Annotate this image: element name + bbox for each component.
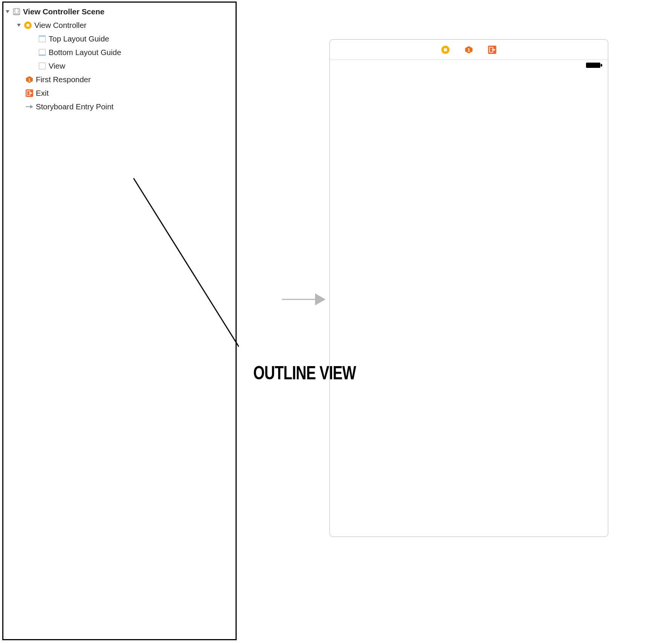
outline-item-view-controller[interactable]: View Controller xyxy=(3,18,236,32)
outline-item-label: First Responder xyxy=(36,75,91,84)
exit-icon[interactable] xyxy=(487,45,497,55)
storyboard-entry-arrow-icon xyxy=(281,291,326,308)
outline-item-label: Bottom Layout Guide xyxy=(49,48,121,57)
outline-item-entry-point[interactable]: Storyboard Entry Point xyxy=(3,100,236,113)
svg-marker-9 xyxy=(17,24,21,27)
outline-scene-label: View Controller Scene xyxy=(23,7,104,16)
outline-item-top-layout-guide[interactable]: Top Layout Guide xyxy=(3,32,236,46)
first-responder-icon[interactable]: 1 xyxy=(464,45,474,55)
annotation-label: OUTLINE VIEW xyxy=(253,362,356,384)
svg-marker-26 xyxy=(315,293,326,305)
svg-text:1: 1 xyxy=(28,78,31,82)
svg-rect-36 xyxy=(601,64,602,67)
outline-item-label: Top Layout Guide xyxy=(49,34,109,43)
outline-item-label: View Controller xyxy=(34,21,87,30)
outline-item-label: Exit xyxy=(36,89,49,98)
disclosure-triangle-icon[interactable] xyxy=(16,23,21,28)
battery-icon xyxy=(586,62,603,68)
outline-item-view[interactable]: View xyxy=(3,59,236,73)
storyboard-canvas-scene[interactable]: 1 xyxy=(329,39,608,537)
svg-rect-11 xyxy=(27,24,29,27)
uiview-icon xyxy=(38,62,46,70)
outline-item-exit[interactable]: Exit xyxy=(3,86,236,100)
outline-item-label: Storyboard Entry Point xyxy=(36,102,113,111)
svg-text:1: 1 xyxy=(468,47,470,52)
outline-item-bottom-layout-guide[interactable]: Bottom Layout Guide xyxy=(3,46,236,59)
scene-header-bar[interactable]: 1 xyxy=(330,40,608,60)
svg-marker-24 xyxy=(30,105,33,109)
view-controller-icon[interactable] xyxy=(441,45,450,55)
layout-guide-icon xyxy=(38,48,46,57)
svg-rect-35 xyxy=(586,63,600,68)
svg-rect-28 xyxy=(444,48,447,51)
disclosure-triangle-icon[interactable] xyxy=(5,9,10,14)
outline-item-label: View xyxy=(49,61,65,71)
outline-item-first-responder[interactable]: 1 First Responder xyxy=(3,73,236,86)
arrow-right-icon xyxy=(25,103,34,111)
view-controller-icon xyxy=(24,21,32,29)
svg-rect-16 xyxy=(39,63,46,69)
outline-scene-row[interactable]: View Controller Scene xyxy=(3,5,236,18)
svg-rect-2 xyxy=(14,14,20,15)
svg-rect-13 xyxy=(39,36,46,37)
exit-icon xyxy=(25,89,34,97)
document-outline-panel: View Controller Scene View Controller To… xyxy=(2,2,237,640)
layout-guide-icon xyxy=(38,35,46,43)
storyboard-scene-icon xyxy=(12,8,21,16)
svg-rect-15 xyxy=(39,55,46,56)
svg-marker-0 xyxy=(6,10,9,13)
first-responder-icon: 1 xyxy=(25,75,34,84)
